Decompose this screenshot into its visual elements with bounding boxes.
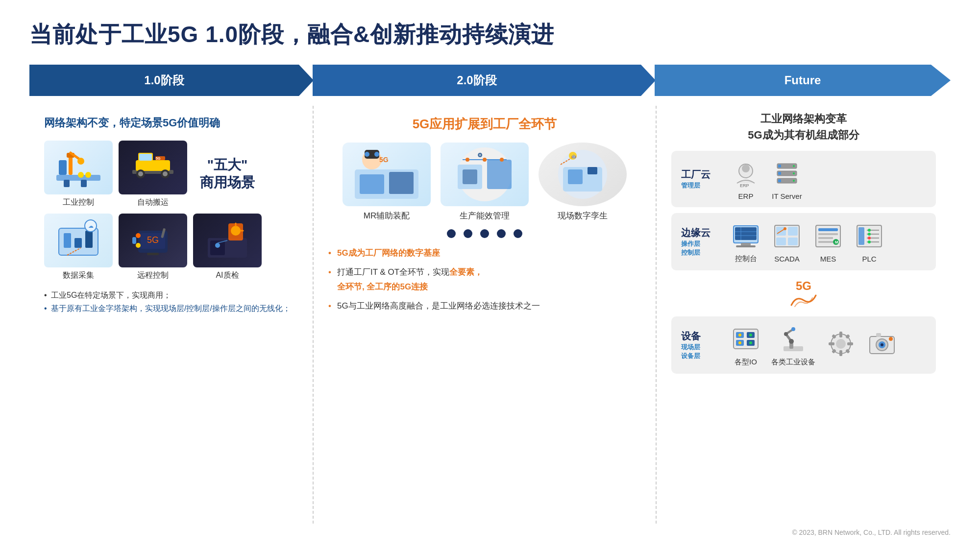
server-icon — [771, 158, 803, 189]
svg-text:⚙: ⚙ — [477, 152, 483, 159]
svg-rect-45 — [389, 172, 414, 194]
data-label: 数据采集 — [63, 270, 94, 281]
svg-rect-11 — [136, 160, 170, 171]
factory-cloud-label: 工厂云 管理层 — [681, 168, 720, 190]
ai-label: AI质检 — [216, 270, 239, 281]
svg-rect-129 — [839, 350, 842, 356]
svg-rect-128 — [839, 332, 842, 337]
svg-rect-7 — [59, 160, 67, 175]
scada-label: SCADA — [774, 255, 800, 263]
svg-rect-95 — [818, 233, 838, 235]
section2-bullets: 5G成为工厂网络的数字基座 打通工厂IT & OT全环节，实现全要素，全环节, … — [328, 246, 641, 313]
svg-rect-62 — [568, 169, 583, 184]
svg-rect-131 — [847, 342, 853, 345]
server-item: IT Server — [771, 158, 803, 200]
svg-point-139 — [881, 343, 883, 346]
gear-item — [825, 328, 857, 362]
svg-rect-96 — [818, 237, 833, 239]
svg-point-78 — [793, 180, 795, 182]
console-label: 控制台 — [735, 254, 757, 264]
edge-cloud-items: 控制台 — [730, 220, 926, 264]
dot-3 — [480, 229, 489, 238]
device-layer-label: 设备 现场层 设备层 — [681, 330, 720, 360]
svg-point-15 — [138, 171, 143, 176]
svg-point-124 — [784, 332, 788, 336]
svg-rect-85 — [736, 245, 756, 247]
svg-point-141 — [889, 337, 893, 341]
scenario-production: ⚙ 生产能效管理 — [441, 143, 529, 221]
plc-icon — [854, 220, 885, 252]
bullet-s2-2: 打通工厂IT & OT全环节，实现全要素，全环节, 全工序的5G连接 — [328, 265, 641, 295]
section1-subtitle: 网络架构不变，特定场景5G价值明确 — [44, 116, 298, 131]
svg-point-115 — [738, 334, 741, 336]
svg-rect-21 — [64, 233, 71, 248]
gear-icon — [825, 328, 857, 359]
svg-point-77 — [793, 172, 795, 174]
dot-4 — [497, 229, 506, 238]
section3-title: 工业网络架构变革 5G成为其有机组成部分 — [671, 111, 936, 143]
page-container: 当前处于工业5G 1.0阶段，融合&创新推动持续演进 1.0阶段 2.0阶段 F… — [0, 0, 980, 551]
twin-img: 🤖 — [539, 143, 627, 206]
svg-point-116 — [738, 341, 741, 344]
ai-icon — [193, 214, 262, 267]
scenario-label: "五大" 商用场景 — [200, 156, 255, 192]
erp-label: ERP — [738, 192, 754, 200]
svg-text:5G: 5G — [156, 157, 161, 160]
section1-bullets: 工业5G在特定场景下，实现商用； 基于原有工业金字塔架构，实现现场层/控制层/操… — [44, 288, 298, 315]
svg-rect-94 — [818, 228, 838, 231]
dot-1 — [447, 229, 456, 238]
svg-rect-90 — [788, 238, 798, 245]
mr-label: MR辅助装配 — [364, 210, 410, 221]
svg-rect-1 — [64, 180, 70, 187]
svg-rect-53 — [487, 160, 512, 189]
svg-rect-3 — [69, 155, 73, 175]
mes-icon: M — [812, 220, 844, 252]
svg-point-108 — [868, 237, 871, 240]
svg-point-106 — [868, 229, 871, 232]
svg-rect-80 — [735, 227, 757, 240]
svg-point-38 — [231, 226, 241, 236]
robot-item: 各类工业设备 — [771, 323, 815, 367]
svg-text:5G: 5G — [379, 156, 389, 164]
erp-icon: ERP — [730, 158, 761, 189]
arrow-seg-3: Future — [655, 65, 951, 96]
section-3: 工业网络架构变革 5G成为其有机组成部分 工厂云 管理层 — [657, 106, 951, 524]
svg-point-8 — [78, 172, 84, 178]
image-cell-transport: 5G 自动搬运 — [119, 141, 187, 208]
industrial-label: 工业控制 — [63, 197, 94, 208]
network-layers: 工厂云 管理层 ERP — [671, 151, 936, 374]
svg-rect-63 — [588, 167, 597, 174]
transport-label: 自动搬运 — [137, 197, 169, 208]
camera-icon — [866, 328, 898, 359]
svg-point-57 — [466, 158, 469, 162]
dots-row — [328, 229, 641, 238]
svg-rect-101 — [858, 227, 864, 245]
arrow-seg-1: 1.0阶段 — [29, 65, 314, 96]
mes-label: MES — [820, 255, 836, 263]
edge-cloud-label: 边缘云 操作层 控制层 — [681, 226, 720, 257]
svg-point-92 — [784, 227, 786, 230]
dot-2 — [464, 229, 472, 238]
twin-label: 现场数字孪生 — [558, 210, 608, 221]
fiveg-text: 5G — [796, 279, 811, 293]
svg-point-41 — [215, 243, 220, 248]
fiveg-badge: 5G — [789, 279, 818, 308]
image-cell-industrial: 工业控制 — [44, 141, 113, 208]
data-icon: ☁ — [44, 214, 113, 267]
svg-point-107 — [868, 233, 871, 236]
image-cell-data: ☁ 数据采集 — [44, 214, 113, 281]
svg-rect-88 — [788, 227, 798, 236]
remote-icon: 5G — [119, 214, 187, 267]
console-icon — [730, 220, 761, 251]
edge-cloud-layer: 边缘云 操作层 控制层 — [671, 213, 936, 270]
main-title: 当前处于工业5G 1.0阶段，融合&创新推动持续演进 — [29, 20, 951, 50]
section2-subtitle: 5G应用扩展到工厂全环节 — [328, 116, 641, 133]
svg-point-31 — [136, 233, 141, 238]
svg-text:ERP: ERP — [740, 183, 749, 188]
factory-cloud-items: ERP ERP — [730, 158, 926, 200]
mes-item: M MES — [812, 220, 844, 263]
bullet-s2-3: 5G与工业网络高度融合，是工业网络必选连接技术之一 — [328, 299, 641, 314]
scenario-big: "五大" 商用场景 — [193, 141, 262, 208]
svg-point-49 — [374, 152, 379, 157]
production-img: ⚙ — [441, 143, 529, 206]
